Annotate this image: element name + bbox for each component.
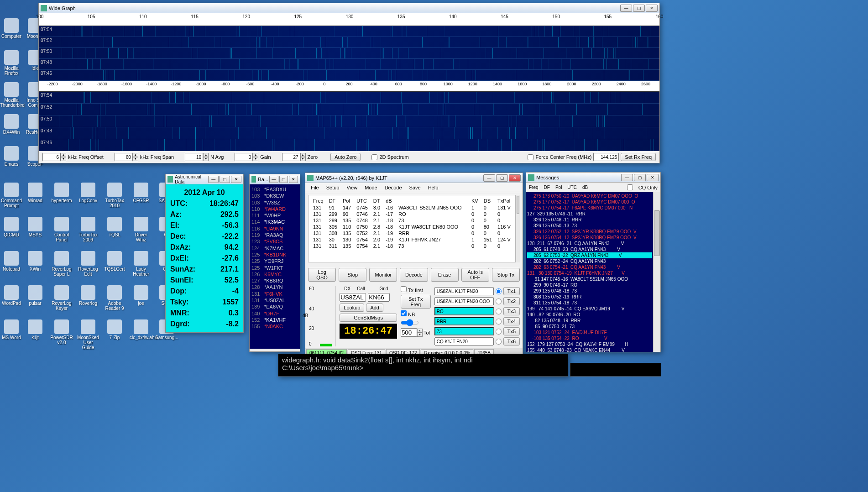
tx3-button[interactable]: Tx3	[503, 307, 520, 315]
close-button[interactable]: ✕	[646, 5, 658, 12]
autozero-button[interactable]: Auto Zero	[330, 153, 361, 161]
tx4-button[interactable]: Tx4	[503, 317, 520, 325]
message-row[interactable]: 131 30 130 0754 -19 K1JT F6HVK JN27 V	[527, 270, 652, 276]
messages-titlebar[interactable]: Messages — ▢ ✕	[526, 173, 660, 183]
message-row[interactable]: 326 135 0748 -11 RRR	[527, 217, 652, 223]
grid-input[interactable]	[368, 293, 390, 302]
message-row[interactable]: -108 135 0754 -22 RO V	[527, 335, 652, 341]
message-row[interactable]: 205 62 0750 -22 QRZ AA1YN FN43 V	[527, 252, 652, 258]
stop-tx-button[interactable]: Stop Tx	[492, 268, 520, 282]
desktop-icon[interactable]: Emacs	[0, 146, 23, 167]
message-row[interactable]: 202 63 0754 -21 CQ AA1YN FN43 V	[527, 264, 652, 270]
message-row[interactable]: 326 126 0754 -12 SP2JYR KB8RQ EM79 OOO V	[527, 235, 652, 241]
message-row[interactable]: 91 147 0745 -16 WA8CLT S52LM JN65 OOO	[527, 276, 652, 282]
menu-setup[interactable]: Setup	[323, 185, 343, 190]
min-button[interactable]: —	[621, 174, 633, 181]
decoded-scrollbar[interactable]	[516, 195, 520, 262]
message-row[interactable]: 311 135 0754 -18 73	[527, 300, 652, 306]
desktop-icon[interactable]: WordPad	[0, 285, 23, 306]
desktop-icon[interactable]: Lady Heather	[130, 251, 152, 277]
decoded-row[interactable]: 13130813507522.1-19RRR000	[310, 230, 513, 236]
message-row[interactable]: 128 211 67 0746 -21 CQ AA1YN FN43 V	[527, 241, 652, 246]
bandmap-titlebar[interactable]: Ba... — ▢ ✕	[250, 174, 300, 184]
min-button[interactable]: —	[483, 174, 495, 182]
tx2-button[interactable]: Tx2	[503, 297, 520, 305]
menu-view[interactable]: View	[343, 185, 361, 190]
dxcall-input[interactable]	[340, 293, 366, 302]
max-button[interactable]: ▢	[634, 174, 646, 181]
lookup-button[interactable]: Lookup	[340, 304, 364, 312]
desktop-icon[interactable]: TurboTax 2009	[77, 217, 99, 242]
desktop-icon[interactable]: 7-Zip	[103, 319, 126, 340]
nb-slider[interactable]	[401, 319, 419, 326]
message-row[interactable]: 299 90 0746 -17 RO	[527, 282, 652, 288]
desktop-icon[interactable]: hyperterm	[50, 183, 73, 203]
desktop-icon[interactable]: clc_dx4w.ahk	[130, 319, 152, 340]
decoded-row[interactable]: 1319114707453.0-16WA8CLT S52LM JN65 OOO1…	[310, 204, 513, 211]
bandmap-entry[interactable]: 116*UA9NN	[251, 225, 298, 232]
tx6-button[interactable]: Tx6	[503, 337, 520, 345]
bandmap-entry[interactable]: 125 YO9FRJ	[251, 258, 298, 264]
settxfreq-button[interactable]: Set Tx Freq	[401, 295, 431, 309]
desktop-icon[interactable]: Winrad	[24, 183, 47, 203]
bandmap-entry[interactable]: 125*KB1DNK	[251, 251, 298, 258]
tx1-radio[interactable]	[496, 288, 502, 294]
desktop-icon[interactable]: MSYS	[24, 217, 47, 237]
desktop-icon[interactable]: TQSL	[103, 217, 126, 237]
waterfall-top[interactable]: 07:5407:5207:5007:4807:46	[39, 26, 659, 81]
cmd-body[interactable]: widegraph.h: void dataSink2(float s[], i…	[278, 354, 568, 373]
bandmap-entry[interactable]: 103*DK3EW	[251, 193, 298, 199]
waterfall-bottom[interactable]: 07:5407:5207:5007:4807:46	[39, 92, 659, 151]
auto-is-off-button[interactable]: Auto is OFF	[461, 268, 489, 282]
close-button[interactable]: ✕	[647, 174, 659, 181]
txfirst-checkbox[interactable]	[401, 286, 407, 292]
bandmap-entry[interactable]: 152*KA1VHF	[251, 317, 298, 323]
tol-input[interactable]	[401, 328, 417, 337]
khz-input[interactable]	[42, 153, 61, 161]
desktop-icon[interactable]: RoverLog Edit	[77, 251, 99, 277]
bandmap-entry[interactable]: 125*W1FKT	[251, 265, 298, 271]
zero-input[interactable]	[282, 153, 300, 161]
desktop-icon[interactable]: MS Word	[0, 319, 23, 340]
navg-input[interactable]	[185, 153, 203, 161]
tx3-radio[interactable]	[496, 309, 502, 314]
desktop-icon[interactable]: LogConv	[77, 183, 99, 203]
tx2-input[interactable]	[434, 297, 494, 305]
freq-ruler-bottom[interactable]: -2200-2000-1800-1600-1400-1200-1000-800-…	[39, 81, 659, 92]
bandmap-entry[interactable]: 110*IW4ARD	[251, 206, 298, 212]
cmd-window-2[interactable]	[570, 363, 661, 377]
message-row[interactable]: 152 179 127 0750 -24 CQ KA1VHF EM89 H	[527, 341, 652, 347]
span-input[interactable]	[115, 153, 133, 161]
message-row[interactable]: 275 177 0754 -17 F6APE K6MYC DM07 000 N	[527, 205, 652, 211]
bandmap-entry[interactable]: 103*W3SZ	[251, 199, 298, 206]
message-row[interactable]: 155 440 53 0748 -23 CQ N0AKC EN44 V	[527, 347, 652, 352]
min-button[interactable]: —	[208, 176, 219, 183]
message-row[interactable]: 308 135 0752 -19 RRR	[527, 294, 652, 300]
tx5-radio[interactable]	[496, 329, 502, 335]
desktop-icon[interactable]: Command Prompt	[0, 183, 23, 208]
desktop-icon[interactable]: k1jt	[24, 319, 47, 340]
message-row[interactable]: 275 173 0750 -20 UA9YAD K6MYC DM07 OOO O	[527, 193, 652, 199]
decoded-row[interactable]: 13130511007502.8-18K1JT WA8CLT EN80 OOO0…	[310, 224, 513, 230]
desktop-icon[interactable]: Mozilla Thunderbird	[0, 82, 23, 108]
message-row[interactable]: 326 122 0752 -12 SP2JYR KB8RQ EM79 OOO V	[527, 229, 652, 235]
bandmap-entry[interactable]: 114*IK3MAC	[251, 219, 298, 225]
log-qso-button[interactable]: Log QSO	[308, 268, 336, 282]
forcecf-checkbox[interactable]	[528, 154, 533, 160]
2dspectrum-checkbox[interactable]	[371, 154, 377, 160]
max-button[interactable]: ▢	[633, 5, 645, 12]
erase-button[interactable]: Erase	[431, 268, 459, 282]
desktop-icon[interactable]: Mozilla Firefox	[0, 50, 23, 76]
tx6-input[interactable]	[434, 337, 494, 345]
tx6-radio[interactable]	[496, 339, 502, 345]
message-row[interactable]: -82 135 0748 -19 RRR	[527, 318, 652, 324]
gain-input[interactable]	[235, 153, 253, 161]
desktop-icon[interactable]: MoonSked User Guide	[77, 319, 99, 350]
desktop-icon[interactable]: Computer	[0, 18, 23, 39]
bandmap-entry[interactable]: 126 K6MYC	[251, 271, 298, 277]
desktop-icon[interactable]: DX4Win	[0, 114, 23, 135]
decoded-row[interactable]: 1312999007462.1-17RO000	[310, 211, 513, 217]
tx1-input[interactable]	[434, 287, 494, 295]
genstdmsgs-button[interactable]: GenStdMsgs	[340, 314, 397, 322]
bandmap-entry[interactable]: 155*N0AKC	[251, 323, 298, 330]
